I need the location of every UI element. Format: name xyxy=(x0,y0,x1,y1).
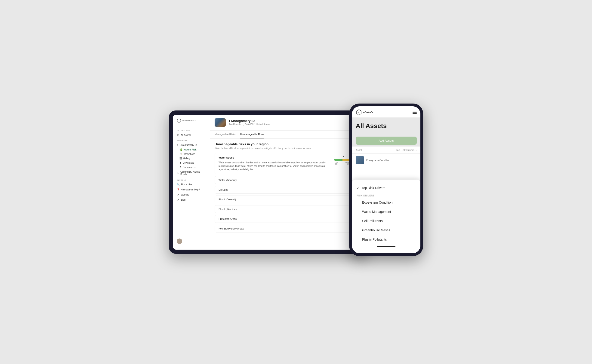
workshop-icon: 📋 xyxy=(179,153,182,155)
dropdown-item-waste-management[interactable]: Waste Management xyxy=(352,207,421,216)
blog-icon: ↗ xyxy=(177,199,179,201)
download-icon: ⬇ xyxy=(179,162,181,164)
top-risk-col-container[interactable]: Top Risk Drivers ↓ xyxy=(396,148,417,152)
asset-col-label: Asset xyxy=(356,149,362,151)
risk-card-key-biodiversity[interactable]: Key Biodiversity Areas xyxy=(215,225,359,233)
svg-text:a: a xyxy=(178,120,179,121)
project-name-label: 1 Montgomery St xyxy=(179,144,197,146)
asset-title: 1 Montgomery St xyxy=(229,119,270,123)
dropdown-item-soil-pollutants[interactable]: Soil Pollutants xyxy=(352,216,421,226)
sidebar-item-how-can-we-help[interactable]: ❓ How can we help? xyxy=(173,187,210,192)
search-icon: 🔍 xyxy=(177,183,179,186)
top-risk-col-label: Top Risk Drivers xyxy=(396,149,414,151)
sidebar-item-downloads[interactable]: ⬇ Downloads xyxy=(173,161,210,165)
check-icon: ✓ xyxy=(357,186,359,190)
phone-add-btn-container: Add Assets xyxy=(352,132,421,147)
chevron-down-icon: ▼ xyxy=(177,144,178,146)
svg-text:a: a xyxy=(358,111,359,113)
section-subtitle: Risks that are difficult or impossible t… xyxy=(215,147,359,150)
phone-asset-row[interactable]: Ecosystem Condition xyxy=(352,154,421,167)
phone-logo-text: alvéole xyxy=(363,110,373,114)
risk-card-water-stress: Water Stress Water stress occurs when th… xyxy=(215,153,359,175)
grid-icon: ⊞ xyxy=(177,134,179,136)
alveole-section-label: ALVÉOLE xyxy=(173,177,210,182)
phone-device: a alvéole All Assets Add Assets xyxy=(349,104,423,256)
risk-name-water-stress: Water Stress xyxy=(218,156,330,160)
sidebar-item-workshops[interactable]: 📋 Workshops xyxy=(173,152,210,156)
dropdown-item-label-greenhouse: Greenhouse Gases xyxy=(362,228,390,232)
hamburger-line-1 xyxy=(413,111,417,111)
downloads-label: Downloads xyxy=(183,162,194,164)
risk-card-protected-areas[interactable]: Protected Areas xyxy=(215,215,359,223)
sidebar-item-nature-risk[interactable]: 🌿 Nature Risk xyxy=(173,147,210,152)
phone-logo: a alvéole xyxy=(356,109,373,116)
risk-card-water-variability[interactable]: Water Variability xyxy=(215,176,359,184)
alveole-hex-icon: a xyxy=(177,118,181,123)
sidebar-item-gallery[interactable]: 🖼 Gallery xyxy=(173,156,210,161)
sidebar-logo: a NATURE RISK xyxy=(173,118,210,126)
water-stress-description: Water stress occurs when the demand for … xyxy=(218,161,326,171)
find-hive-label: Find a hive xyxy=(181,183,192,186)
all-assets-label: All Assets xyxy=(181,134,191,136)
sidebar-item-find-hive[interactable]: 🔍 Find a hive xyxy=(173,182,210,187)
dropdown-item-top-risk-drivers[interactable]: ✓ Top Risk Drivers xyxy=(352,183,421,193)
sort-icon: ↓ xyxy=(415,148,417,152)
settings-icon: ⚙ xyxy=(179,166,182,169)
tabs: Manageable Risks Unmanageable Risks xyxy=(210,130,363,139)
sidebar-item-community-natural-foods[interactable]: ▶ Community Natural Foods xyxy=(173,169,210,177)
scene: a NATURE RISK NATURE RISK ⊞ All Assets P… xyxy=(169,104,423,261)
dropdown-item-ecosystem-condition[interactable]: Ecosystem Condition xyxy=(352,198,421,207)
dropdown-item-greenhouse-gases[interactable]: Greenhouse Gases xyxy=(352,226,421,235)
phone-home-bar xyxy=(377,246,395,247)
hamburger-line-2 xyxy=(413,112,417,113)
dropdown-overlay: ✓ Top Risk Drivers RISK DRIVERS Ecosyste… xyxy=(352,180,421,253)
phone-table-header: Asset Top Risk Drivers ↓ xyxy=(352,147,421,154)
sidebar-item-preferences[interactable]: ⚙ Preferences xyxy=(173,165,210,169)
risk-row-key-biodiversity: Key Biodiversity Areas xyxy=(215,225,359,232)
asset-header: 1 Montgomery St San Francisco, CA 60602,… xyxy=(210,115,363,130)
hamburger-menu-button[interactable] xyxy=(413,111,417,114)
tab-unmanageable-risks[interactable]: Unmanageable Risks xyxy=(240,130,264,138)
asset-address: San Francisco, CA 60602, United States xyxy=(229,123,270,126)
risk-row-flood-riverine: Flood (Riverine) xyxy=(215,205,359,213)
risk-card-drought[interactable]: Drought xyxy=(215,186,359,194)
sidebar-item-all-assets[interactable]: ⊞ All Assets xyxy=(173,133,210,138)
risk-row-protected-areas: Protected Areas xyxy=(215,215,359,222)
risk-row-flood-coastal: Flood (Coastal) xyxy=(215,196,359,203)
dropdown-item-plastic-pollutants[interactable]: Plastic Pollutants xyxy=(352,235,421,244)
main-content: 1 Montgomery St San Francisco, CA 60602,… xyxy=(210,115,363,250)
blog-label: Blog xyxy=(181,199,185,201)
risk-description-water-stress: Water Stress Water stress occurs when th… xyxy=(218,156,330,171)
phone-asset-thumbnail xyxy=(356,156,364,164)
sidebar-item-website[interactable]: ↗ Website xyxy=(173,192,210,197)
risk-card-flood-coastal[interactable]: Flood (Coastal) xyxy=(215,195,359,203)
risk-row-drought: Drought xyxy=(215,186,359,194)
help-icon: ❓ xyxy=(177,188,179,191)
chevron-right-icon: ▶ xyxy=(178,172,179,174)
asset-thumb-img xyxy=(215,118,226,127)
tablet-device: a NATURE RISK NATURE RISK ⊞ All Assets P… xyxy=(169,110,368,254)
risk-card-flood-riverine[interactable]: Flood (Riverine) xyxy=(215,205,359,213)
gallery-icon: 🖼 xyxy=(179,157,182,160)
tab-manageable-risks[interactable]: Manageable Risks xyxy=(215,130,236,138)
phone-asset-name: Ecosystem Condition xyxy=(366,159,390,162)
content-area: Unmanageable risks in your region Risks … xyxy=(210,139,363,250)
website-label: Website xyxy=(181,194,189,196)
meter-pointer: ▼ xyxy=(342,156,344,158)
leaf-icon: 🌿 xyxy=(179,148,182,151)
sidebar-footer xyxy=(173,237,210,246)
preferences-label: Preferences xyxy=(183,166,195,169)
project-header[interactable]: ▼ 1 Montgomery St xyxy=(173,143,210,147)
workshops-label: Workshops xyxy=(184,153,195,155)
tablet-screen: a NATURE RISK NATURE RISK ⊞ All Assets P… xyxy=(173,115,363,250)
how-can-we-help-label: How can we help? xyxy=(181,188,200,191)
meter-green xyxy=(334,159,342,161)
add-assets-button[interactable]: Add Assets xyxy=(356,136,417,145)
avatar[interactable] xyxy=(177,239,182,244)
sidebar-item-blog[interactable]: ↗ Blog xyxy=(173,197,210,202)
meter-label-low: Low<10% xyxy=(334,162,338,165)
external-link-icon: ↗ xyxy=(177,194,179,196)
phone-content: All Assets Add Assets Asset Top Risk Dri… xyxy=(352,118,421,253)
community-natural-foods-label: Community Natural Foods xyxy=(180,170,206,176)
alveole-logo: a NATURE RISK xyxy=(177,118,206,123)
